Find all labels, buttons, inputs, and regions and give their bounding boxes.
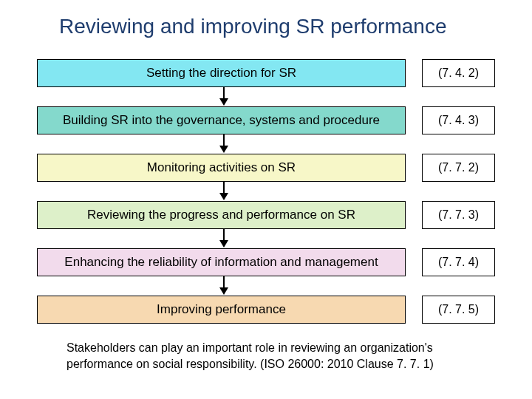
- svg-marker-5: [219, 193, 228, 200]
- ref-box: (7. 4. 2): [422, 59, 495, 87]
- arrow-down: [37, 276, 495, 296]
- arrow-down: [37, 229, 495, 248]
- step-box-building-governance: Building SR into the governance, systems…: [37, 106, 406, 134]
- arrow-down-icon: [218, 87, 230, 106]
- arrow-down: [37, 182, 495, 201]
- step-box-enhancing-reliability: Enhancing the reliability of information…: [37, 248, 406, 276]
- step-box-improving-performance: Improving performance: [37, 296, 406, 324]
- arrow-down-icon: [218, 276, 230, 296]
- arrow-down: [37, 87, 495, 106]
- step-box-setting-direction: Setting the direction for SR: [37, 59, 406, 87]
- step-row: Monitoring activities on SR (7. 7. 2): [37, 154, 495, 182]
- svg-marker-3: [219, 146, 228, 153]
- arrow-down-icon: [218, 229, 230, 248]
- arrow-down: [37, 134, 495, 154]
- step-row: Enhancing the reliability of information…: [37, 248, 495, 276]
- ref-box: (7. 7. 2): [422, 154, 495, 182]
- step-row: Improving performance (7. 7. 5): [37, 296, 495, 324]
- step-box-reviewing-progress: Reviewing the progress and performance o…: [37, 201, 406, 229]
- ref-box: (7. 7. 3): [422, 201, 495, 229]
- arrow-down-icon: [218, 134, 230, 154]
- svg-marker-7: [219, 240, 228, 248]
- footnote-text: Stakeholders can play an important role …: [66, 340, 480, 372]
- ref-box: (7. 7. 4): [422, 248, 495, 276]
- page-title: Reviewing and improving SR performance: [59, 15, 495, 38]
- step-row: Setting the direction for SR (7. 4. 2): [37, 59, 495, 87]
- ref-box: (7. 4. 3): [422, 106, 495, 134]
- svg-marker-1: [219, 98, 228, 106]
- step-row: Building SR into the governance, systems…: [37, 106, 495, 134]
- arrow-down-icon: [218, 182, 230, 201]
- step-box-monitoring: Monitoring activities on SR: [37, 154, 406, 182]
- svg-marker-9: [219, 287, 228, 295]
- step-row: Reviewing the progress and performance o…: [37, 201, 495, 229]
- ref-box: (7. 7. 5): [422, 296, 495, 324]
